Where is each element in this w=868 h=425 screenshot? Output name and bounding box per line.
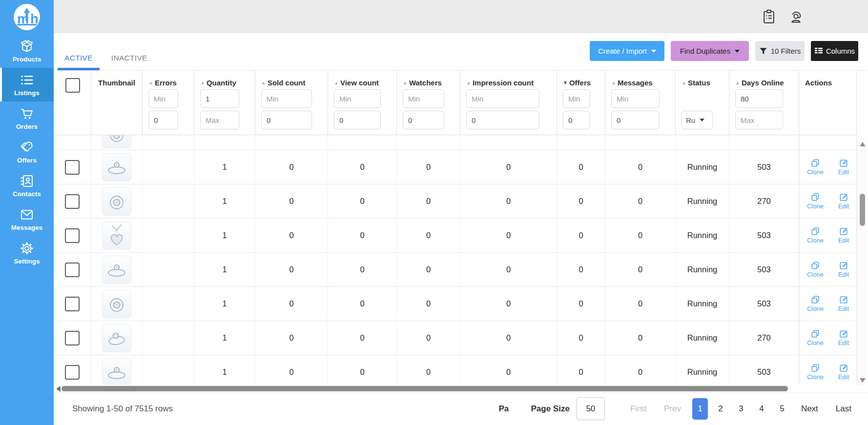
app-logo[interactable]: m h xyxy=(0,0,54,34)
column-label-impressions[interactable]: Impression count xyxy=(473,79,534,87)
clone-button[interactable]: Clone xyxy=(807,364,824,381)
row-checkbox[interactable] xyxy=(65,331,80,345)
filter-watchers-max-input[interactable] xyxy=(403,111,444,129)
scroll-left-arrow-icon[interactable] xyxy=(56,386,61,392)
row-checkbox[interactable] xyxy=(65,263,80,277)
listing-thumbnail[interactable] xyxy=(102,358,131,385)
row-checkbox[interactable] xyxy=(65,228,80,243)
clone-button[interactable]: Clone xyxy=(807,329,824,346)
tasks-clipboard-icon[interactable] xyxy=(762,9,776,24)
column-label-errors[interactable]: Errors xyxy=(155,79,177,87)
column-label-offers[interactable]: Offers xyxy=(569,79,591,87)
vertical-scroll-thumb[interactable] xyxy=(860,194,865,226)
filter-errors-max-input[interactable] xyxy=(148,111,178,129)
edit-button[interactable]: Edit xyxy=(838,295,849,312)
page-button-1[interactable]: 1 xyxy=(692,398,708,420)
filter-offers-min-input[interactable] xyxy=(563,89,590,108)
scroll-up-arrow-icon[interactable] xyxy=(860,142,866,146)
page-button-next[interactable]: Next xyxy=(798,398,821,420)
edit-button[interactable]: Edit xyxy=(838,364,849,381)
filter-quantity-max-input[interactable] xyxy=(200,111,239,129)
sidebar-item-settings[interactable]: Settings xyxy=(0,236,54,270)
column-label-view[interactable]: View count xyxy=(340,79,379,87)
listing-thumbnail[interactable] xyxy=(102,222,131,250)
filter-sold-min-input[interactable] xyxy=(261,89,312,108)
filter-errors-min-input[interactable] xyxy=(148,89,178,108)
clone-button[interactable]: Clone xyxy=(807,193,824,210)
sort-asc-icon[interactable]: ▲ xyxy=(148,80,153,85)
column-label-status[interactable]: Status xyxy=(688,79,710,87)
column-label-sold[interactable]: Sold count xyxy=(268,79,306,87)
sidebar-item-products[interactable]: Products xyxy=(0,34,54,68)
sidebar-item-messages[interactable]: Messages xyxy=(0,202,54,236)
listing-thumbnail[interactable] xyxy=(102,290,131,318)
sort-asc-icon[interactable]: ▲ xyxy=(334,80,339,85)
clone-button[interactable]: Clone xyxy=(807,261,824,278)
tab-inactive[interactable]: INACTIVE xyxy=(104,54,154,70)
sort-asc-icon[interactable]: ▲ xyxy=(403,80,408,85)
row-checkbox[interactable] xyxy=(65,194,80,209)
filter-offers-max-input[interactable] xyxy=(563,111,590,129)
column-label-messages[interactable]: Messages xyxy=(618,79,653,87)
sort-asc-icon[interactable]: ▲ xyxy=(682,80,686,85)
filter-view-max-input[interactable] xyxy=(334,111,381,129)
filter-days-max-input[interactable] xyxy=(735,111,783,129)
sidebar-item-listings[interactable]: Listings xyxy=(0,68,54,101)
sort-asc-icon[interactable]: ▲ xyxy=(261,80,266,85)
filter-impressions-max-input[interactable] xyxy=(466,111,539,129)
listing-thumbnail[interactable] xyxy=(102,135,131,148)
listing-thumbnail[interactable] xyxy=(102,256,131,284)
column-label-quantity[interactable]: Quantity xyxy=(207,79,236,87)
page-button-prev[interactable]: Prev xyxy=(661,398,684,420)
filter-quantity-min-input[interactable] xyxy=(200,89,239,108)
sidebar-item-contacts[interactable]: Contacts xyxy=(0,169,54,202)
page-button-2[interactable]: 2 xyxy=(713,398,728,420)
sidebar-item-offers[interactable]: Offers xyxy=(0,135,54,169)
filter-impressions-min-input[interactable] xyxy=(466,89,539,108)
sidebar-item-orders[interactable]: Orders xyxy=(0,101,54,135)
filters-button[interactable]: 10 Filters xyxy=(755,41,805,61)
horizontal-scrollbar[interactable] xyxy=(54,385,868,392)
find-duplicates-button[interactable]: Find Duplicates xyxy=(671,41,749,61)
edit-button[interactable]: Edit xyxy=(838,329,849,346)
sort-asc-icon[interactable]: ▲ xyxy=(735,80,740,85)
sort-asc-icon[interactable]: ▲ xyxy=(466,80,471,85)
listing-thumbnail[interactable] xyxy=(102,187,131,216)
tab-active[interactable]: ACTIVE xyxy=(58,54,100,70)
row-checkbox[interactable] xyxy=(65,297,80,311)
filter-days-min-input[interactable] xyxy=(735,89,783,108)
vertical-scrollbar[interactable] xyxy=(857,139,867,385)
edit-button[interactable]: Edit xyxy=(838,193,849,210)
scroll-down-arrow-icon[interactable] xyxy=(860,378,866,383)
page-button-first[interactable]: First xyxy=(627,398,649,420)
clone-button[interactable]: Clone xyxy=(807,227,824,244)
sort-desc-icon[interactable]: ▼ xyxy=(563,80,568,85)
page-size-input[interactable] xyxy=(577,397,605,420)
clone-button[interactable]: Clone xyxy=(807,159,824,176)
edit-button[interactable]: Edit xyxy=(838,227,849,244)
columns-button[interactable]: Columns xyxy=(811,41,858,61)
row-checkbox[interactable] xyxy=(65,365,80,380)
page-button-last[interactable]: Last xyxy=(833,398,854,420)
column-label-watchers[interactable]: Watchers xyxy=(409,79,442,87)
clone-button[interactable]: Clone xyxy=(807,295,824,312)
row-checkbox[interactable] xyxy=(65,160,80,175)
listing-thumbnail[interactable] xyxy=(102,324,131,352)
filter-messages-min-input[interactable] xyxy=(611,89,660,108)
sort-asc-icon[interactable]: ▲ xyxy=(200,80,205,85)
edit-button[interactable]: Edit xyxy=(838,159,849,176)
filter-watchers-min-input[interactable] xyxy=(403,89,444,108)
page-button-4[interactable]: 4 xyxy=(754,398,769,420)
horizontal-scroll-thumb[interactable] xyxy=(62,386,788,391)
select-all-checkbox[interactable] xyxy=(65,78,80,93)
listing-thumbnail[interactable] xyxy=(102,153,131,182)
edit-button[interactable]: Edit xyxy=(838,261,849,278)
create-import-button[interactable]: Create / Import xyxy=(590,41,664,61)
filter-messages-max-input[interactable] xyxy=(611,111,660,129)
page-button-3[interactable]: 3 xyxy=(733,398,749,420)
filter-status-select[interactable]: Ru xyxy=(682,111,713,129)
column-label-days[interactable]: Days Online xyxy=(742,79,784,87)
page-button-5[interactable]: 5 xyxy=(774,398,790,420)
filter-view-min-input[interactable] xyxy=(334,89,381,108)
sort-asc-icon[interactable]: ▲ xyxy=(611,80,616,85)
